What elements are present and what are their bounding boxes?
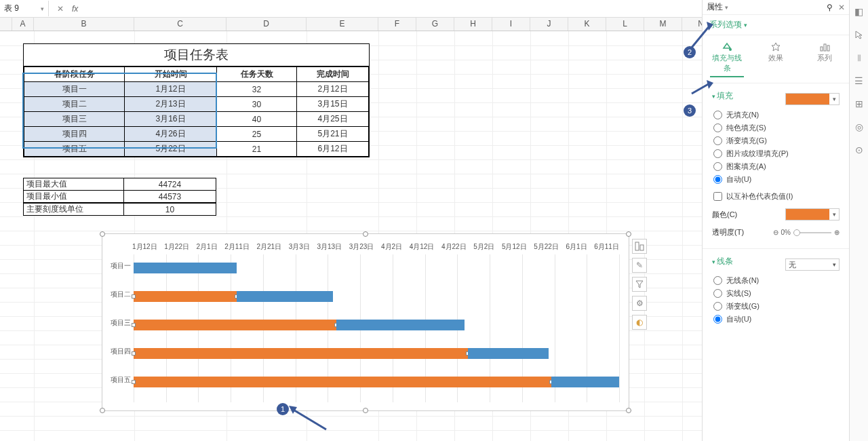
close-icon[interactable]: ✕ [838, 3, 845, 12]
table-header[interactable]: 各阶段任务 [24, 67, 125, 82]
cell[interactable]: 30 [217, 97, 297, 112]
chart-filter-button[interactable] [632, 277, 647, 292]
col-header[interactable]: H [454, 18, 492, 31]
bar-series-duration[interactable] [468, 348, 549, 359]
cell[interactable]: 项目五 [24, 142, 125, 157]
cell[interactable]: 5月21日 [297, 127, 369, 142]
cell[interactable]: 2月13日 [125, 97, 217, 112]
cell[interactable]: 3月15日 [297, 97, 369, 112]
line-style-select[interactable]: 无▾ [785, 258, 840, 271]
tab-fill-line[interactable]: 填充与线条 [710, 41, 744, 77]
effect-icon [759, 41, 793, 53]
col-header[interactable]: D [226, 18, 307, 31]
col-header[interactable]: L [606, 18, 644, 31]
name-box[interactable]: 表 9 ▾ [0, 1, 49, 16]
line-auto-radio[interactable]: 自动(U) [713, 314, 840, 324]
col-header[interactable]: G [416, 18, 454, 31]
cell[interactable]: 4月26日 [125, 127, 217, 142]
fill-color-swatch[interactable]: ▾ [785, 93, 840, 105]
color-picker[interactable]: ▾ [785, 208, 840, 220]
cell[interactable]: 项目二 [24, 97, 125, 112]
cell[interactable]: 10 [124, 203, 216, 216]
fill-section: ▾填充 ▾ 无填充(N) 纯色填充(S) 渐变填充(G) 图片或纹理填充(P) … [703, 83, 849, 248]
col-header[interactable]: C [134, 18, 226, 31]
strip-icon-3[interactable]: ⫴ [853, 52, 865, 64]
bar-series-start[interactable] [134, 377, 551, 387]
fill-picture-radio[interactable]: 图片或纹理填充(P) [713, 149, 840, 159]
x-tick: 5月12日 [502, 242, 527, 252]
bar-series-duration[interactable] [237, 291, 333, 302]
cell[interactable]: 5月22日 [125, 142, 217, 157]
strip-icon-7[interactable]: ⊙ [853, 144, 865, 156]
cell[interactable]: 3月16日 [125, 112, 217, 127]
cell[interactable]: 32 [217, 82, 297, 97]
cell[interactable]: 项目一 [24, 82, 125, 97]
strip-icon-5[interactable]: ⊞ [853, 98, 865, 110]
col-header[interactable]: E [307, 18, 378, 31]
chart-x-axis: 1月12日1月22日2月1日2月11日2月21日3月3日3月13日3月23日4月… [132, 242, 619, 252]
cell[interactable]: 2月12日 [297, 82, 369, 97]
chart-elements-button[interactable] [632, 239, 647, 254]
bar-series-start[interactable] [134, 320, 336, 330]
spreadsheet-area[interactable]: 项目任务表 各阶段任务 开始时间 任务天数 完成时间 项目一 1月12日 32 … [0, 31, 702, 441]
cell[interactable]: 44573 [124, 191, 216, 204]
svg-marker-12 [707, 80, 713, 89]
fill-auto-radio[interactable]: 自动(U) [713, 174, 840, 185]
cell[interactable]: 项目最小值 [24, 191, 124, 204]
line-solid-radio[interactable]: 实线(S) [713, 288, 840, 299]
pin-icon[interactable]: ⚲ [827, 3, 833, 12]
col-header[interactable]: M [644, 18, 682, 31]
tab-effect[interactable]: 效果 [759, 41, 793, 77]
cell[interactable]: 4月25日 [297, 112, 369, 127]
x-tick: 3月13日 [317, 242, 342, 252]
col-header[interactable]: K [568, 18, 606, 31]
chart-idea-button[interactable]: ◐ [632, 315, 647, 330]
fill-none-radio[interactable]: 无填充(N) [713, 110, 840, 120]
line-gradient-radio[interactable]: 渐变线(G) [713, 301, 840, 311]
fill-solid-radio[interactable]: 纯色填充(S) [713, 123, 840, 133]
strip-icon-1[interactable]: ◧ [853, 5, 865, 18]
bar-series-start[interactable] [134, 348, 468, 359]
line-none-radio[interactable]: 无线条(N) [713, 275, 840, 286]
series-selector[interactable]: 系列选项 ▾ [703, 15, 849, 35]
tab-series[interactable]: 系列 [808, 41, 842, 77]
chart-settings-button[interactable]: ⚙ [632, 296, 647, 311]
cell[interactable]: 项目最大值 [24, 178, 124, 191]
svg-rect-8 [827, 45, 829, 51]
bar-series-duration[interactable] [336, 320, 465, 330]
cell[interactable]: 21 [217, 142, 297, 157]
cell[interactable]: 主要刻度线单位 [24, 203, 124, 216]
gantt-chart[interactable]: 1月12日1月22日2月1日2月11日2月21日3月3日3月13日3月23日4月… [102, 233, 629, 411]
col-header[interactable]: A [12, 18, 34, 31]
cell[interactable]: 1月12日 [125, 82, 217, 97]
cell[interactable]: 44724 [124, 178, 216, 191]
cell[interactable]: 40 [217, 112, 297, 127]
chart-styles-button[interactable]: ✎ [632, 258, 647, 273]
strip-icon-6[interactable]: ◎ [853, 121, 865, 133]
col-header[interactable]: J [530, 18, 568, 31]
bar-series-start[interactable] [134, 291, 237, 302]
col-header[interactable]: B [34, 18, 134, 31]
formula-input[interactable] [83, 3, 626, 14]
cancel-icon[interactable]: ✕ [54, 4, 66, 14]
cell[interactable]: 项目四 [24, 127, 125, 142]
cell[interactable]: 项目三 [24, 112, 125, 127]
table-header[interactable]: 任务天数 [217, 67, 297, 82]
col-header[interactable]: F [378, 18, 416, 31]
fx-label[interactable]: fx [72, 4, 78, 14]
color-row: 颜色(C) ▾ [712, 208, 840, 220]
bar-series-duration[interactable] [551, 377, 619, 387]
invert-check[interactable]: 以互补色代表负值(I) [713, 191, 840, 202]
cell[interactable]: 6月12日 [297, 142, 369, 157]
table-header[interactable]: 开始时间 [125, 67, 217, 82]
opacity-row: 透明度(T) ⊖ 0% ⊕ [712, 227, 840, 237]
col-header[interactable]: I [492, 18, 530, 31]
bar-series-duration[interactable] [134, 263, 237, 273]
table-header[interactable]: 完成时间 [297, 67, 369, 82]
strip-icon-4[interactable]: ☰ [853, 75, 865, 87]
cursor-icon[interactable] [853, 28, 865, 41]
fill-pattern-radio[interactable]: 图案填充(A) [713, 161, 840, 172]
cell[interactable]: 25 [217, 127, 297, 142]
opacity-slider[interactable]: ⊖ 0% ⊕ [773, 229, 840, 236]
fill-gradient-radio[interactable]: 渐变填充(G) [713, 136, 840, 146]
